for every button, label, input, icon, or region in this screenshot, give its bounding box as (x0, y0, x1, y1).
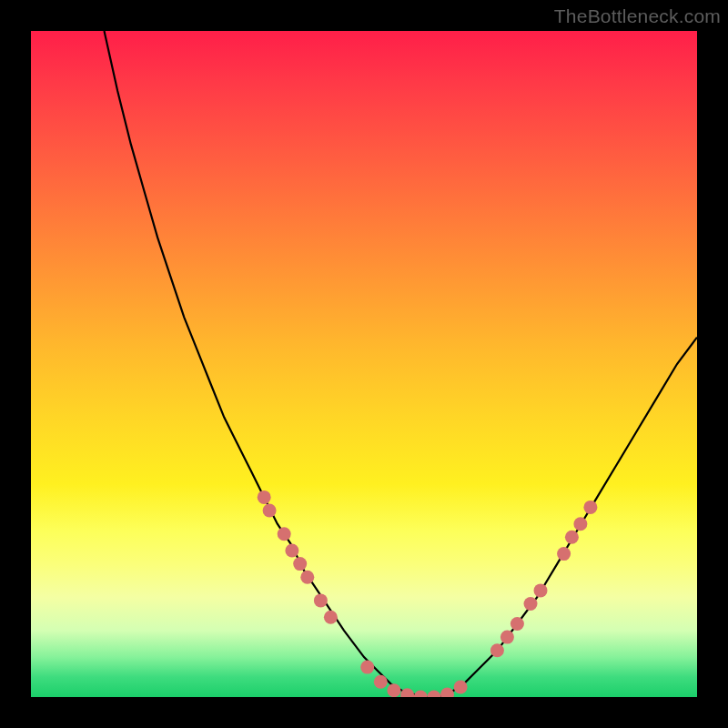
data-marker (300, 571, 314, 584)
data-marker (414, 691, 428, 698)
data-marker (490, 643, 504, 657)
chart-plot-area (31, 31, 697, 697)
data-marker (258, 490, 271, 504)
data-marker (573, 517, 587, 531)
data-marker (263, 504, 277, 518)
data-marker (583, 500, 597, 514)
data-marker (374, 675, 388, 689)
data-marker (360, 661, 374, 674)
data-marker (285, 544, 298, 558)
data-marker (427, 691, 440, 698)
chart-overlay (31, 31, 697, 697)
data-marker (534, 583, 548, 597)
data-marker (454, 681, 468, 694)
data-marker (511, 617, 524, 631)
data-marker (565, 531, 579, 544)
data-marker (387, 683, 400, 697)
data-marker (524, 597, 538, 611)
watermark-text: TheBottleneck.com (554, 5, 721, 27)
data-marker (440, 688, 454, 697)
bottleneck-curve (105, 31, 698, 697)
data-marker (293, 557, 307, 571)
data-marker (314, 593, 328, 607)
data-marker (400, 688, 414, 697)
data-markers (258, 490, 598, 697)
chart-frame: TheBottleneck.com (0, 0, 728, 728)
data-marker (278, 527, 291, 541)
data-marker (500, 631, 514, 644)
data-marker (324, 611, 338, 624)
data-marker (557, 547, 571, 561)
